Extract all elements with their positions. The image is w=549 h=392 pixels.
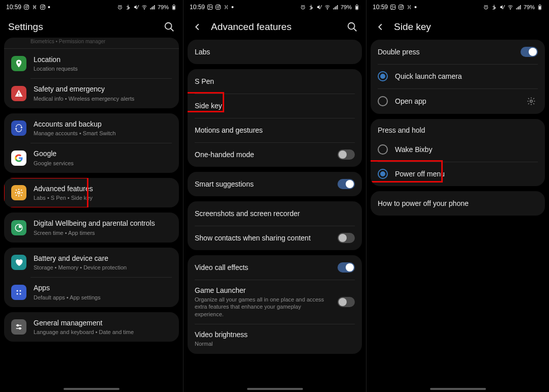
- toggle-show-contacts[interactable]: [338, 233, 355, 243]
- instagram-icon: [215, 4, 221, 10]
- item-subtitle: Default apps • App settings: [34, 294, 172, 301]
- bluetooth-icon: [308, 4, 314, 10]
- svg-point-2: [27, 6, 28, 6]
- radio-quick-launch-camera[interactable]: Quick launch camera: [371, 64, 545, 88]
- item-labs[interactable]: Labs: [188, 40, 362, 64]
- settings-item-general[interactable]: General managementLanguage and keyboard …: [4, 312, 179, 342]
- item-one-handed[interactable]: One-handed mode: [188, 142, 362, 167]
- peek-row: Biometrics • Permission manager: [4, 38, 179, 49]
- item-subtitle: Medical info • Wireless emergency alerts: [34, 95, 172, 102]
- settings-item-accounts[interactable]: Accounts and backupManage accounts • Sma…: [4, 113, 179, 143]
- settings-item-battery[interactable]: Battery and device careStorage • Memory …: [4, 248, 179, 277]
- toggle-one-handed[interactable]: [338, 149, 355, 160]
- svg-point-35: [219, 6, 220, 6]
- svg-rect-44: [356, 5, 357, 5]
- settings-item-safety[interactable]: Safety and emergencyMedical info • Wirel…: [4, 78, 179, 108]
- settings-item-apps[interactable]: AppsDefault apps • App settings: [4, 277, 179, 307]
- item-title: Battery and device care: [34, 254, 172, 263]
- gear-icon[interactable]: [525, 95, 538, 108]
- svg-point-52: [402, 6, 403, 6]
- settings-item-wellbeing[interactable]: Digital Wellbeing and parental controlsS…: [4, 213, 179, 242]
- radio-power-off-menu[interactable]: Power off menu: [371, 162, 545, 186]
- image-icon: [207, 4, 213, 10]
- item-video-call[interactable]: Video call effects: [188, 255, 362, 280]
- item-subtitle: Location requests: [34, 65, 172, 72]
- radio-icon[interactable]: [378, 144, 388, 155]
- radio-icon[interactable]: [378, 71, 388, 81]
- wifi-icon: [507, 4, 513, 10]
- item-s-pen[interactable]: S Pen: [188, 69, 362, 94]
- item-smart-suggestions[interactable]: Smart suggestions: [188, 172, 362, 196]
- item-title: Location: [34, 55, 172, 64]
- item-show-contacts[interactable]: Show contacts when sharing content: [188, 226, 362, 250]
- bluetooth-icon: [125, 4, 131, 10]
- toggle-smart-suggestions[interactable]: [338, 179, 355, 189]
- radio-open-app[interactable]: Open app: [371, 88, 545, 114]
- back-icon[interactable]: [192, 21, 203, 33]
- radio-icon[interactable]: [378, 96, 388, 106]
- search-icon[interactable]: [164, 21, 175, 33]
- item-motions[interactable]: Motions and gestures: [188, 118, 362, 142]
- instagram-icon: [23, 4, 29, 10]
- clock: 10:59: [373, 4, 388, 11]
- section-double-press[interactable]: Double press: [371, 40, 545, 64]
- battery-icon: [171, 4, 177, 10]
- toggle-video-call[interactable]: [338, 262, 355, 273]
- settings-item-advanced[interactable]: Advanced featuresLabs • S Pen • Side key: [4, 178, 179, 207]
- toggle-double-press[interactable]: [521, 47, 538, 57]
- alarm-icon: [300, 4, 306, 10]
- home-indicator[interactable]: [430, 388, 486, 390]
- instagram-icon: [398, 4, 404, 10]
- home-indicator[interactable]: [247, 388, 303, 390]
- back-icon[interactable]: [375, 21, 386, 33]
- alarm-icon: [117, 4, 123, 10]
- app-icon: [406, 4, 412, 10]
- item-title: Safety and emergency: [34, 84, 172, 94]
- screen-side-key: 10:59 • 79% Side key Double press: [366, 0, 549, 392]
- page-title: Settings: [8, 21, 156, 33]
- svg-rect-15: [173, 6, 175, 9]
- item-how-to-power-off[interactable]: How to power off your phone: [371, 191, 545, 216]
- svg-point-55: [510, 9, 510, 10]
- svg-rect-45: [356, 6, 358, 9]
- item-screenshots[interactable]: Screenshots and screen recorder: [188, 201, 362, 226]
- svg-line-17: [171, 28, 174, 32]
- item-side-key[interactable]: Side key: [188, 94, 362, 118]
- radio-wake-bixby[interactable]: Wake Bixby: [371, 137, 545, 162]
- toggle-game-launcher[interactable]: [338, 297, 355, 307]
- page-title: Advanced features: [211, 21, 339, 33]
- alert-icon: [11, 86, 26, 101]
- mute-icon: [499, 4, 505, 10]
- header: Side key: [367, 14, 549, 40]
- svg-line-37: [320, 5, 322, 9]
- svg-point-24: [20, 290, 21, 291]
- app-icon: [223, 4, 229, 10]
- svg-rect-20: [18, 95, 19, 96]
- svg-point-4: [42, 6, 44, 8]
- search-icon[interactable]: [347, 21, 358, 33]
- more-icon: •: [48, 4, 50, 11]
- svg-rect-62: [539, 6, 541, 9]
- svg-rect-41: [336, 6, 337, 10]
- radio-icon[interactable]: [378, 169, 388, 179]
- care-icon: [11, 255, 26, 270]
- svg-point-38: [327, 9, 327, 10]
- gear-icon: [11, 185, 26, 200]
- svg-point-34: [217, 6, 219, 8]
- section-press-hold: Press and hold: [371, 119, 545, 137]
- svg-point-46: [348, 23, 355, 29]
- item-subtitle: Language and keyboard • Date and time: [34, 328, 172, 336]
- more-icon: •: [414, 4, 417, 11]
- item-video-brightness[interactable]: Video brightnessNormal: [188, 324, 362, 353]
- svg-rect-9: [150, 8, 151, 10]
- advanced-list: Labs S Pen Side key Motions and gestures…: [184, 40, 366, 364]
- settings-item-google[interactable]: GoogleGoogle services: [4, 143, 179, 172]
- item-game-launcher[interactable]: Game LauncherOrganize all your games all…: [188, 280, 362, 324]
- svg-point-23: [17, 290, 18, 291]
- settings-item-location[interactable]: LocationLocation requests: [4, 49, 179, 78]
- google-icon: [11, 150, 26, 166]
- status-bar: 10:59 • 79%: [367, 0, 549, 14]
- home-indicator[interactable]: [64, 388, 119, 390]
- svg-point-25: [17, 293, 18, 294]
- svg-point-32: [209, 6, 210, 7]
